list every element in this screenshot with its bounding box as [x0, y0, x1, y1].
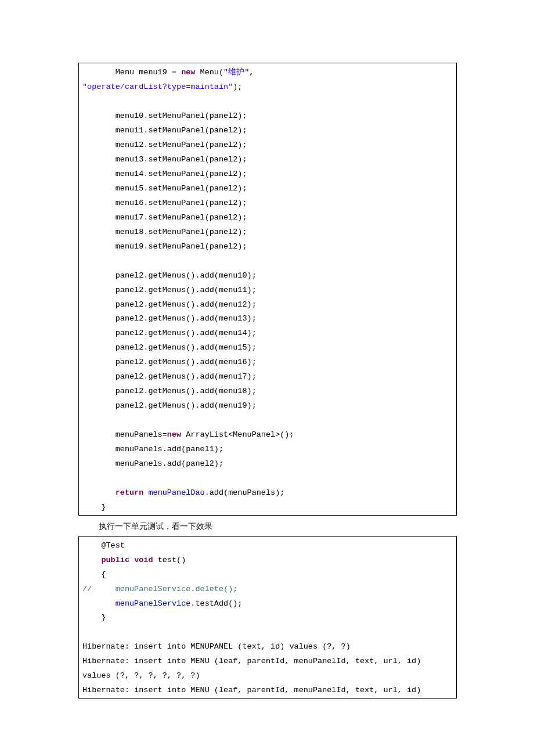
code-text — [82, 488, 116, 497]
code-line: menu11.setMenuPanel(panel2); — [82, 126, 247, 135]
code-text: Menu( — [195, 68, 223, 77]
keyword-public: public — [101, 556, 129, 564]
code-line: panel2.getMenus().add(menu19); — [82, 401, 257, 410]
code-text: menuPanels= — [82, 430, 167, 439]
blank-line — [82, 416, 116, 424]
code-line: panel2.getMenus().add(menu12); — [82, 300, 257, 309]
code-line: } — [82, 613, 106, 622]
code-line: } — [82, 503, 106, 512]
output-line: Hibernate: insert into MENU (leaf, paren… — [82, 686, 425, 694]
blank-line — [82, 97, 116, 106]
field-ref: menuPanelDao — [148, 488, 204, 497]
keyword-new: new — [181, 68, 195, 77]
output-line: values (?, ?, ?, ?, ?, ?) — [82, 671, 200, 680]
code-line: panel2.getMenus().add(menu14); — [82, 329, 257, 337]
code-line: menu19.setMenuPanel(panel2); — [82, 242, 247, 251]
string-literal: "维护" — [223, 68, 249, 77]
code-text — [82, 556, 101, 564]
keyword-new: new — [167, 430, 181, 439]
code-line: menu18.setMenuPanel(panel2); — [82, 228, 247, 236]
blank-line — [82, 257, 116, 265]
code-line: panel2.getMenus().add(menu18); — [82, 387, 257, 395]
narrative-text: 执行一下单元测试，看一下效果 — [78, 519, 457, 535]
blank-line — [82, 474, 116, 483]
code-text: ); — [233, 82, 242, 91]
code-line: menu17.setMenuPanel(panel2); — [82, 213, 247, 222]
code-line: menuPanels.add(panel1); — [82, 445, 223, 453]
keyword-void: void — [134, 556, 153, 564]
code-line: panel2.getMenus().add(menu17); — [82, 372, 257, 381]
code-block-2: @Test public void test() { // menuPanelS… — [78, 536, 457, 699]
code-text: test() — [153, 556, 186, 564]
code-line: panel2.getMenus().add(menu13); — [82, 314, 257, 323]
code-line: panel2.getMenus().add(menu16); — [82, 358, 257, 366]
code-line: menu12.setMenuPanel(panel2); — [82, 141, 247, 149]
code-text — [129, 556, 134, 564]
code-line: menu15.setMenuPanel(panel2); — [82, 184, 247, 193]
code-line: { — [82, 570, 106, 579]
output-line: Hibernate: insert into MENU (leaf, paren… — [82, 657, 425, 665]
comment-line: // menuPanelService.delete(); — [82, 585, 237, 593]
code-line: menu14.setMenuPanel(panel2); — [82, 170, 247, 178]
code-text: .testAdd(); — [190, 599, 242, 608]
code-text — [82, 599, 116, 608]
code-line: menu10.setMenuPanel(panel2); — [82, 111, 247, 120]
code-text: .add(menuPanels); — [205, 488, 285, 497]
code-line: panel2.getMenus().add(menu10); — [82, 271, 257, 280]
string-literal: "operate/cardList?type=maintain" — [82, 82, 233, 91]
code-line: panel2.getMenus().add(menu15); — [82, 343, 257, 352]
code-line: menuPanels.add(panel2); — [82, 459, 223, 468]
code-text: ArrayList<MenuPanel>(); — [181, 430, 294, 439]
code-line: menu13.setMenuPanel(panel2); — [82, 155, 247, 164]
code-line: panel2.getMenus().add(menu11); — [82, 286, 257, 294]
keyword-return: return — [116, 488, 144, 497]
code-line: menu16.setMenuPanel(panel2); — [82, 199, 247, 207]
code-text: , — [249, 68, 258, 77]
code-line: Menu menu19 = — [82, 68, 181, 77]
code-line: @Test — [82, 541, 125, 550]
output-line: Hibernate: insert into MENUPANEL (text, … — [82, 642, 351, 651]
code-block-1: Menu menu19 = new Menu("维护", "operate/ca… — [78, 63, 457, 516]
document-page: Menu menu19 = new Menu("维护", "operate/ca… — [0, 0, 534, 756]
field-ref: menuPanelService — [116, 599, 191, 608]
